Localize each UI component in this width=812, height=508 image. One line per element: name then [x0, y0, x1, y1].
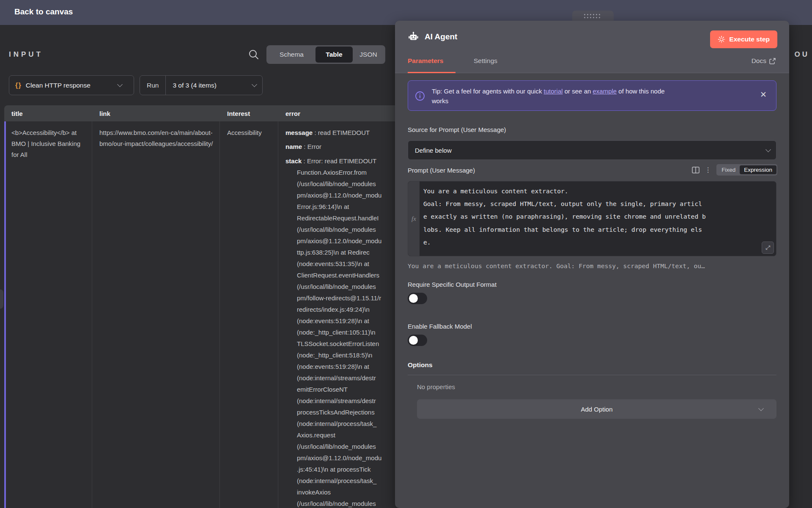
source-for-prompt-value: Define below	[408, 147, 763, 154]
cell-link: https://www.bmo.com/en-ca/main/about-bmo…	[92, 121, 220, 508]
error-stack-line: TLSSocket.socketErrorListen	[285, 338, 394, 349]
panel-body: Tip: Get a feel for agents with our quic…	[395, 74, 789, 508]
editor-line: You are a meticulous content extractor.	[423, 185, 774, 198]
divider	[408, 375, 776, 375]
error-stack-line: (/usr/local/lib/node_modules	[285, 224, 394, 235]
error-stack-line: redirects/index.js:49:24)\n	[285, 304, 394, 315]
pane-resize-handle[interactable]	[0, 289, 3, 309]
mode-expression-button[interactable]: Expression	[740, 165, 776, 174]
expand-editor-icon[interactable]: ⤢	[762, 242, 774, 254]
prompt-label: Prompt (User Message)	[408, 167, 475, 174]
tutorial-link[interactable]: tutorial	[544, 88, 563, 95]
back-to-canvas-button[interactable]: Back to canvas	[14, 7, 73, 16]
execute-step-button[interactable]: Execute step	[710, 30, 777, 48]
column-header-title: title	[4, 110, 92, 117]
fixed-expression-toggle: Fixed Expression	[716, 164, 777, 176]
table-row: <b>Accessibility</b> at BMO | Inclusive …	[4, 121, 400, 508]
error-stack-line: (/usr/local/lib/node_modules	[285, 441, 394, 452]
error-stack-line: (node:events:519:28)\n at	[285, 361, 394, 372]
source-for-prompt-select[interactable]: Define below	[408, 140, 776, 160]
editor-line: e.	[423, 236, 774, 249]
chevron-down-icon	[758, 406, 764, 411]
tab-schema[interactable]: Schema	[268, 47, 315, 63]
input-node-selector[interactable]: { } Clean HTTP response	[9, 75, 134, 95]
error-stack-line: (node:_http_client:518:5)\n	[285, 349, 394, 361]
column-header-link: link	[92, 110, 220, 117]
docs-link[interactable]: Docs	[752, 57, 776, 65]
search-icon[interactable]	[248, 49, 260, 60]
error-stack-line: Axios.request	[285, 429, 394, 441]
cell-interest: Accessibility	[220, 121, 278, 508]
fx-icon: fx	[411, 215, 416, 222]
cell-title: <b>Accessibility</b> at BMO | Inclusive …	[4, 121, 92, 508]
input-node-name: Clean HTTP response	[26, 82, 115, 89]
options-heading: Options	[408, 361, 433, 369]
prompt-code-editor[interactable]: fx You are a meticulous content extracto…	[408, 181, 776, 256]
add-option-button[interactable]: Add Option	[417, 399, 776, 419]
app-root: Back to canvas OU INPUT Schema Table JSO…	[0, 0, 812, 508]
run-value: 3 of 3 (4 items)	[166, 82, 249, 89]
tip-text: Tip: Get a feel for agents with our quic…	[432, 86, 741, 106]
output-panel-title: OU	[795, 50, 810, 59]
braces-icon: { }	[15, 82, 21, 89]
error-stack-line: (node:events:531:35)\n at	[285, 258, 394, 269]
chevron-down-icon	[252, 82, 257, 87]
kebab-menu-icon[interactable]: ⋮	[705, 167, 711, 173]
error-name: name : Error	[285, 141, 394, 152]
input-pane-title: INPUT	[9, 50, 43, 59]
example-link[interactable]: example	[593, 88, 617, 95]
panel-header: AI Agent Execute step Parameters Setting…	[395, 21, 789, 73]
run-selector[interactable]: Run 3 of 3 (4 items)	[140, 75, 263, 95]
error-stack-line: RedirectableRequest.handleI	[285, 212, 394, 224]
split-view-icon[interactable]	[692, 167, 700, 173]
cell-error: message : read ETIMEDOUT name : Error st…	[278, 121, 400, 508]
error-stack-line: pm/axios@1.12.0/node_modu	[285, 452, 394, 464]
error-stack-lines: Function.AxiosError.from(/usr/local/lib/…	[285, 167, 394, 508]
require-output-format-toggle[interactable]	[408, 293, 427, 304]
tab-json[interactable]: JSON	[353, 47, 384, 63]
editor-gutter: fx	[408, 181, 420, 256]
run-label: Run	[140, 82, 165, 89]
editor-line: e exactly as written (no paraphrasing), …	[423, 210, 774, 223]
close-icon[interactable]: ✕	[760, 91, 767, 99]
error-stack-line: pm/axios@1.12.0/node_modu	[285, 189, 394, 201]
error-stack-line: ttp.js:638:25)\n at Redirec	[285, 247, 394, 258]
display-mode-tabs: Schema Table JSON	[266, 45, 385, 64]
execute-sparkle-icon	[718, 36, 725, 43]
error-stack-line: invokeAxios	[285, 486, 394, 498]
tip-banner: Tip: Get a feel for agents with our quic…	[408, 80, 776, 111]
error-message: message : read ETIMEDOUT	[285, 127, 394, 138]
error-stack-line: (node:events:519:28)\n at	[285, 315, 394, 327]
row-selection-indicator	[4, 121, 6, 508]
enable-fallback-label: Enable Fallback Model	[408, 323, 472, 330]
error-stack-line: (node:internal/process/task_	[285, 475, 394, 486]
table-header-row: title link Interest error	[4, 105, 400, 121]
tab-settings[interactable]: Settings	[474, 57, 497, 65]
prompt-toolbar: ⋮ Fixed Expression	[692, 164, 777, 176]
tab-parameters[interactable]: Parameters	[408, 57, 443, 65]
active-tab-underline	[408, 72, 455, 73]
error-stack-line: (/usr/local/lib/node_modules	[285, 281, 394, 292]
drag-dots-icon	[584, 14, 602, 20]
info-icon	[415, 91, 425, 101]
enable-fallback-toggle[interactable]	[408, 335, 427, 346]
error-stack-line: (/usr/local/lib/node_modules	[285, 498, 394, 508]
column-header-error: error	[278, 110, 400, 117]
error-stack-line: (node:_http_client:105:11)\n	[285, 327, 394, 338]
error-stack-line: processTicksAndRejections	[285, 406, 394, 418]
error-stack-line: (node:internal/process/task_	[285, 418, 394, 429]
chevron-down-icon	[765, 147, 771, 152]
editor-line: lobs. Keep all information that belongs …	[423, 223, 774, 236]
ai-agent-panel: AI Agent Execute step Parameters Setting…	[395, 21, 789, 508]
input-data-table: title link Interest error <b>Accessibili…	[4, 105, 400, 508]
require-output-format-label: Require Specific Output Format	[408, 281, 497, 288]
error-stack-line: (node:internal/streams/destr	[285, 395, 394, 406]
column-header-interest: Interest	[220, 110, 278, 117]
mode-fixed-button[interactable]: Fixed	[717, 167, 740, 173]
editor-line: Goal: From messy, scraped HTML/text, out…	[423, 198, 774, 210]
error-stack-head: stack : Error: read ETIMEDOUT	[285, 155, 394, 167]
error-stack-line: pm/follow-redirects@1.15.11/r	[285, 292, 394, 304]
external-link-icon	[769, 58, 776, 64]
tab-table[interactable]: Table	[315, 47, 353, 63]
no-properties-text: No properties	[417, 383, 455, 390]
